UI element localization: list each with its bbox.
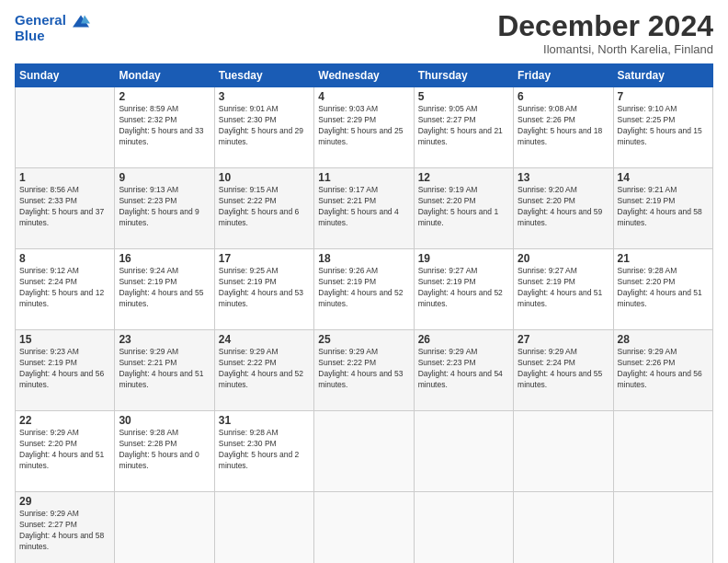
sunrise: Sunrise: 9:24 AM: [119, 266, 210, 277]
daylight: Daylight: 5 hours and 37 minutes.: [19, 207, 110, 229]
sunset: Sunset: 2:30 PM: [219, 115, 310, 126]
title-area: December 2024 Ilomantsi, North Karelia, …: [497, 11, 713, 56]
calendar-cell: 8 Sunrise: 9:12 AM Sunset: 2:24 PM Dayli…: [16, 249, 115, 330]
daylight: Daylight: 5 hours and 12 minutes.: [19, 288, 110, 310]
day-number: 18: [318, 252, 409, 265]
daylight: Daylight: 5 hours and 6 minutes.: [219, 207, 310, 229]
daylight: Daylight: 4 hours and 52 minutes.: [318, 288, 409, 310]
sunrise: Sunrise: 9:25 AM: [219, 266, 310, 277]
sunset: Sunset: 2:19 PM: [119, 277, 210, 288]
day-info: Sunrise: 9:27 AM Sunset: 2:19 PM Dayligh…: [418, 266, 509, 310]
day-number: 30: [119, 414, 210, 427]
day-info: Sunrise: 9:29 AM Sunset: 2:22 PM Dayligh…: [318, 347, 409, 391]
calendar-cell: [613, 411, 712, 492]
day-number: 4: [318, 90, 409, 103]
sunset: Sunset: 2:25 PM: [618, 115, 709, 126]
calendar-week-5: 29 Sunrise: 9:29 AM Sunset: 2:27 PM Dayl…: [16, 492, 713, 564]
calendar-cell: 28 Sunrise: 9:29 AM Sunset: 2:26 PM Dayl…: [613, 330, 712, 411]
day-number: 17: [219, 252, 310, 265]
daylight: Daylight: 5 hours and 21 minutes.: [418, 126, 509, 148]
day-number: 28: [618, 333, 709, 346]
day-number: 5: [418, 90, 509, 103]
page: General Blue December 2024 Ilomantsi, No…: [0, 0, 728, 563]
day-info: Sunrise: 9:29 AM Sunset: 2:20 PM Dayligh…: [19, 428, 110, 472]
day-info: Sunrise: 9:12 AM Sunset: 2:24 PM Dayligh…: [19, 266, 110, 310]
sunrise: Sunrise: 8:56 AM: [19, 185, 110, 196]
calendar-week-1: 1 Sunrise: 8:56 AM Sunset: 2:33 PM Dayli…: [16, 168, 713, 249]
day-info: Sunrise: 9:28 AM Sunset: 2:28 PM Dayligh…: [119, 428, 210, 472]
day-number: 21: [618, 252, 709, 265]
daylight: Daylight: 4 hours and 51 minutes.: [518, 288, 609, 310]
sunset: Sunset: 2:26 PM: [618, 358, 709, 369]
sunset: Sunset: 2:32 PM: [119, 115, 210, 126]
sunset: Sunset: 2:23 PM: [119, 196, 210, 207]
calendar-cell: [414, 492, 513, 564]
sunset: Sunset: 2:26 PM: [518, 115, 609, 126]
day-number: 1: [19, 171, 110, 184]
sunrise: Sunrise: 9:29 AM: [418, 347, 509, 358]
daylight: Daylight: 4 hours and 55 minutes.: [518, 369, 609, 391]
day-number: 24: [219, 333, 310, 346]
day-number: 19: [418, 252, 509, 265]
day-info: Sunrise: 8:56 AM Sunset: 2:33 PM Dayligh…: [19, 185, 110, 229]
day-info: Sunrise: 9:15 AM Sunset: 2:22 PM Dayligh…: [219, 185, 310, 229]
day-number: 23: [119, 333, 210, 346]
day-info: Sunrise: 9:28 AM Sunset: 2:20 PM Dayligh…: [618, 266, 709, 310]
sunset: Sunset: 2:19 PM: [418, 277, 509, 288]
logo: General Blue: [15, 11, 90, 42]
sunset: Sunset: 2:20 PM: [518, 196, 609, 207]
sunrise: Sunrise: 9:29 AM: [19, 428, 110, 439]
daylight: Daylight: 4 hours and 58 minutes.: [618, 207, 709, 229]
calendar-cell: 15 Sunrise: 9:23 AM Sunset: 2:19 PM Dayl…: [16, 330, 115, 411]
day-info: Sunrise: 9:28 AM Sunset: 2:30 PM Dayligh…: [219, 428, 310, 472]
daylight: Daylight: 5 hours and 15 minutes.: [618, 126, 709, 148]
day-info: Sunrise: 9:10 AM Sunset: 2:25 PM Dayligh…: [618, 104, 709, 148]
calendar-cell: [16, 87, 115, 168]
sunset: Sunset: 2:24 PM: [19, 277, 110, 288]
calendar-cell: [514, 411, 613, 492]
day-number: 2: [119, 90, 210, 103]
calendar-cell: 25 Sunrise: 9:29 AM Sunset: 2:22 PM Dayl…: [314, 330, 414, 411]
sunrise: Sunrise: 9:17 AM: [318, 185, 409, 196]
day-info: Sunrise: 9:29 AM Sunset: 2:26 PM Dayligh…: [618, 347, 709, 391]
calendar-cell: 14 Sunrise: 9:21 AM Sunset: 2:19 PM Dayl…: [613, 168, 712, 249]
sunrise: Sunrise: 9:26 AM: [318, 266, 409, 277]
sunrise: Sunrise: 9:29 AM: [618, 347, 709, 358]
calendar-cell: 30 Sunrise: 9:28 AM Sunset: 2:28 PM Dayl…: [115, 411, 214, 492]
calendar-cell: [214, 492, 313, 564]
calendar-cell: 19 Sunrise: 9:27 AM Sunset: 2:19 PM Dayl…: [414, 249, 513, 330]
sunset: Sunset: 2:22 PM: [219, 196, 310, 207]
sunrise: Sunrise: 9:19 AM: [418, 185, 509, 196]
sunrise: Sunrise: 9:08 AM: [518, 104, 609, 115]
day-number: 14: [618, 171, 709, 184]
day-info: Sunrise: 9:29 AM Sunset: 2:27 PM Dayligh…: [19, 509, 110, 553]
day-info: Sunrise: 9:08 AM Sunset: 2:26 PM Dayligh…: [518, 104, 609, 148]
calendar: Sunday Monday Tuesday Wednesday Thursday…: [15, 63, 713, 563]
day-info: Sunrise: 9:25 AM Sunset: 2:19 PM Dayligh…: [219, 266, 310, 310]
sunrise: Sunrise: 9:28 AM: [618, 266, 709, 277]
day-info: Sunrise: 9:27 AM Sunset: 2:19 PM Dayligh…: [518, 266, 609, 310]
calendar-cell: [414, 411, 513, 492]
daylight: Daylight: 4 hours and 53 minutes.: [219, 288, 310, 310]
sunrise: Sunrise: 9:29 AM: [19, 509, 110, 520]
sunset: Sunset: 2:24 PM: [518, 358, 609, 369]
day-number: 9: [119, 171, 210, 184]
day-info: Sunrise: 9:19 AM Sunset: 2:20 PM Dayligh…: [418, 185, 509, 229]
daylight: Daylight: 5 hours and 4 minutes.: [318, 207, 409, 229]
day-info: Sunrise: 9:20 AM Sunset: 2:20 PM Dayligh…: [518, 185, 609, 229]
day-info: Sunrise: 9:21 AM Sunset: 2:19 PM Dayligh…: [618, 185, 709, 229]
calendar-cell: 21 Sunrise: 9:28 AM Sunset: 2:20 PM Dayl…: [613, 249, 712, 330]
daylight: Daylight: 5 hours and 25 minutes.: [318, 126, 409, 148]
day-number: 31: [219, 414, 310, 427]
daylight: Daylight: 4 hours and 51 minutes.: [119, 369, 210, 391]
sunrise: Sunrise: 9:20 AM: [518, 185, 609, 196]
daylight: Daylight: 5 hours and 29 minutes.: [219, 126, 310, 148]
calendar-cell: 23 Sunrise: 9:29 AM Sunset: 2:21 PM Dayl…: [115, 330, 214, 411]
sunset: Sunset: 2:27 PM: [418, 115, 509, 126]
sunrise: Sunrise: 9:21 AM: [618, 185, 709, 196]
sunrise: Sunrise: 9:28 AM: [119, 428, 210, 439]
calendar-cell: 24 Sunrise: 9:29 AM Sunset: 2:22 PM Dayl…: [214, 330, 313, 411]
sunset: Sunset: 2:20 PM: [418, 196, 509, 207]
calendar-cell: 3 Sunrise: 9:01 AM Sunset: 2:30 PM Dayli…: [214, 87, 313, 168]
sunset: Sunset: 2:19 PM: [19, 358, 110, 369]
